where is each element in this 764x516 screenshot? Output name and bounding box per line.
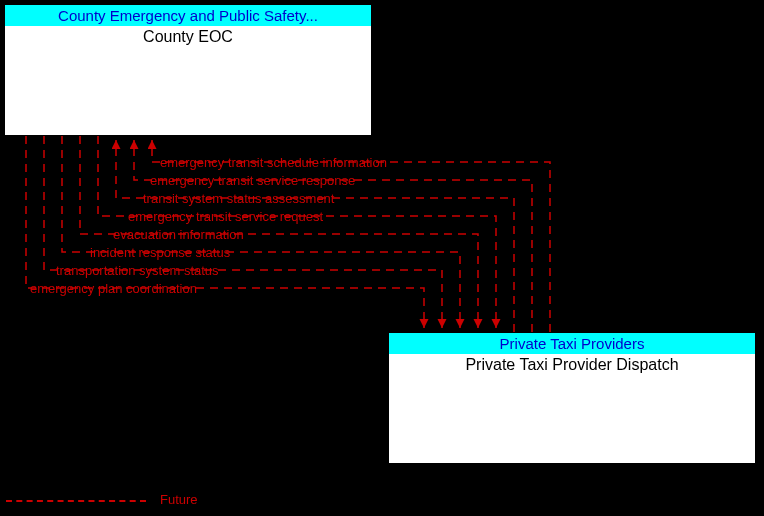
flow-label-7: emergency plan coordination [30, 281, 197, 296]
flow-label-4: evacuation information [113, 227, 244, 242]
flow-label-2: transit system status assessment [143, 191, 334, 206]
flow-label-1: emergency transit service response [150, 173, 355, 188]
legend-future-line [6, 500, 146, 502]
node-private-taxi-header: Private Taxi Providers [389, 333, 755, 354]
node-county-eoc-header: County Emergency and Public Safety... [5, 5, 371, 26]
node-private-taxi[interactable]: Private Taxi Providers Private Taxi Prov… [388, 332, 756, 464]
flow-label-5: incident response status [90, 245, 230, 260]
flow-label-6: transportation system status [56, 263, 219, 278]
flow-label-0: emergency transit schedule information [160, 155, 387, 170]
node-private-taxi-title: Private Taxi Provider Dispatch [389, 354, 755, 376]
legend-future-label: Future [160, 492, 198, 507]
node-county-eoc-title: County EOC [5, 26, 371, 48]
node-county-eoc[interactable]: County Emergency and Public Safety... Co… [4, 4, 372, 136]
flow-label-3: emergency transit service request [128, 209, 323, 224]
